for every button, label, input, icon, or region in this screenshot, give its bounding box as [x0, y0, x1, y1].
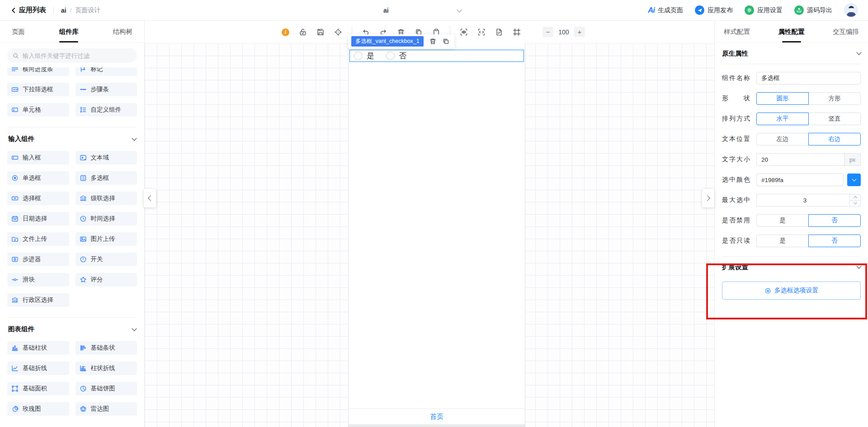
- font-size-input[interactable]: [756, 153, 844, 166]
- tab-style-config[interactable]: 样式配置: [724, 21, 750, 42]
- component-item[interactable]: 标记: [75, 67, 137, 76]
- tab-interaction-config[interactable]: 交互编排: [833, 21, 859, 42]
- readonly-option-yes[interactable]: 是: [756, 235, 809, 247]
- breadcrumb-app[interactable]: ai: [61, 7, 66, 14]
- page-select-dropdown[interactable]: ai: [312, 0, 466, 21]
- component-group-title: 输入组件: [8, 135, 34, 143]
- component-item[interactable]: 基础柱状: [7, 341, 69, 355]
- field-label: 选中颜色: [722, 176, 750, 184]
- shape-option-round[interactable]: 圆形: [756, 92, 809, 105]
- tab-component-library[interactable]: 组件库: [59, 21, 79, 42]
- page-check-icon[interactable]: [495, 28, 503, 36]
- component-item[interactable]: 单选框: [7, 171, 69, 185]
- shape-option-square[interactable]: 方形: [808, 92, 861, 105]
- component-item[interactable]: 步骤条: [75, 83, 137, 96]
- collapse-right-panel-handle[interactable]: [702, 189, 714, 207]
- zoom-in-button[interactable]: +: [574, 27, 585, 37]
- checked-color-input[interactable]: [756, 174, 844, 186]
- direction-option-horizontal[interactable]: 水平: [756, 113, 809, 125]
- component-name-input[interactable]: [756, 72, 861, 84]
- component-item[interactable]: 单元格: [7, 103, 69, 117]
- tab-pages[interactable]: 页面: [12, 21, 25, 42]
- component-item-label: 时间选择: [91, 215, 115, 223]
- locate-target-icon[interactable]: [334, 28, 342, 36]
- component-item[interactable]: 开关: [75, 253, 137, 266]
- component-item[interactable]: 玫瑰图: [7, 402, 69, 416]
- component-item[interactable]: 选择框: [7, 192, 69, 205]
- checkbox-option-label: 否: [399, 51, 406, 61]
- generate-page-button[interactable]: Ai 生成页面: [648, 6, 683, 15]
- spin-up-button[interactable]: [850, 194, 860, 201]
- tab-property-config[interactable]: 属性配置: [778, 21, 805, 42]
- disabled-option-no[interactable]: 否: [808, 214, 861, 227]
- component-item[interactable]: 行政区选择: [7, 293, 69, 307]
- app-settings-button[interactable]: 应用设置: [745, 5, 783, 15]
- color-swatch-button[interactable]: [847, 174, 861, 186]
- disabled-option-yes[interactable]: 是: [756, 214, 809, 227]
- component-item-label: 横向进度条: [23, 67, 53, 73]
- component-item[interactable]: 基础饼图: [75, 382, 137, 395]
- collapse-left-panel-handle[interactable]: [144, 189, 156, 207]
- component-item-label: 下拉筛选框: [23, 85, 53, 94]
- checkbox-circle-icon[interactable]: [386, 52, 395, 60]
- direction-option-vertical[interactable]: 竖直: [808, 113, 861, 125]
- app-publish-button[interactable]: 应用发布: [695, 5, 733, 15]
- component-item[interactable]: 基础条状: [75, 341, 137, 355]
- checkbox-circle-icon[interactable]: [354, 52, 363, 60]
- component-item[interactable]: 下拉筛选框: [7, 83, 69, 96]
- breadcrumb-page: 页面设计: [75, 6, 100, 14]
- header-actions: Ai 生成页面 应用发布 应用设置 源码导出: [648, 3, 858, 17]
- selected-checkbox-component[interactable]: 是 否: [349, 50, 524, 62]
- code-export-button[interactable]: 源码导出: [794, 5, 832, 15]
- component-group-header[interactable]: 输入组件: [7, 127, 137, 144]
- component-item[interactable]: 步进器: [7, 253, 69, 266]
- tabbar-home-item[interactable]: 首页: [430, 413, 443, 421]
- search-icon: [13, 52, 19, 59]
- native-props-section-header[interactable]: 原生属性: [722, 43, 861, 64]
- save-icon[interactable]: [316, 28, 325, 36]
- component-item[interactable]: 时间选择: [75, 212, 137, 225]
- component-item-label: 步进器: [23, 255, 41, 263]
- readonly-option-no[interactable]: 否: [808, 235, 861, 247]
- preview-icon[interactable]: [460, 28, 468, 36]
- back-button[interactable]: 应用列表: [10, 6, 46, 14]
- component-item-label: 日期选择: [23, 215, 47, 223]
- component-item[interactable]: 文本域: [75, 151, 137, 164]
- text-position-option-right[interactable]: 右边: [808, 133, 861, 145]
- tab-structure-tree[interactable]: 结构树: [113, 21, 133, 42]
- frame-crop-icon[interactable]: [513, 28, 521, 36]
- component-item[interactable]: 柱状折线: [75, 361, 137, 375]
- component-group-header[interactable]: 图表组件: [7, 317, 137, 334]
- phone-canvas[interactable]: 是 否 首页: [348, 43, 525, 427]
- search-input[interactable]: [23, 52, 132, 59]
- component-item[interactable]: 图片上传: [75, 232, 137, 246]
- zoom-out-button[interactable]: −: [542, 27, 553, 37]
- delete-component-icon[interactable]: [429, 38, 437, 45]
- back-label: 应用列表: [19, 6, 46, 14]
- component-item[interactable]: 雷达图: [75, 402, 137, 416]
- code-preview-icon[interactable]: [477, 28, 486, 36]
- component-item[interactable]: 横向进度条: [7, 67, 69, 76]
- max-checked-input[interactable]: [756, 194, 861, 206]
- unlock-icon[interactable]: [299, 28, 307, 36]
- component-item[interactable]: 基础折线: [7, 361, 69, 375]
- spin-down-button[interactable]: [850, 201, 860, 206]
- component-item[interactable]: 多选框: [75, 171, 137, 185]
- duplicate-component-icon[interactable]: [442, 38, 450, 45]
- component-item[interactable]: 评分: [75, 273, 137, 286]
- extension-section-header[interactable]: 扩展设置: [722, 256, 861, 277]
- checkbox-options-settings-button[interactable]: 多选框选项设置: [722, 282, 861, 300]
- component-id-tag[interactable]: 多选框_vant_checkbox_1: [351, 36, 424, 47]
- component-item[interactable]: 文件上传: [7, 232, 69, 246]
- field-label: 是否禁用: [722, 216, 750, 225]
- component-item[interactable]: 级联选择: [75, 192, 137, 205]
- text-position-option-left[interactable]: 左边: [756, 133, 809, 145]
- component-item[interactable]: 滑块: [7, 273, 69, 286]
- component-item[interactable]: 输入框: [7, 151, 69, 164]
- component-list-scroll[interactable]: 横向进度条标记下拉筛选框步骤条单元格自定义组件输入组件输入框文本域单选框多选框选…: [0, 67, 144, 427]
- user-avatar[interactable]: [844, 3, 858, 17]
- component-item[interactable]: 基础面积: [7, 382, 69, 395]
- component-item[interactable]: 自定义组件: [75, 103, 137, 117]
- component-item[interactable]: 日期选择: [7, 212, 69, 225]
- info-icon[interactable]: i: [282, 28, 289, 36]
